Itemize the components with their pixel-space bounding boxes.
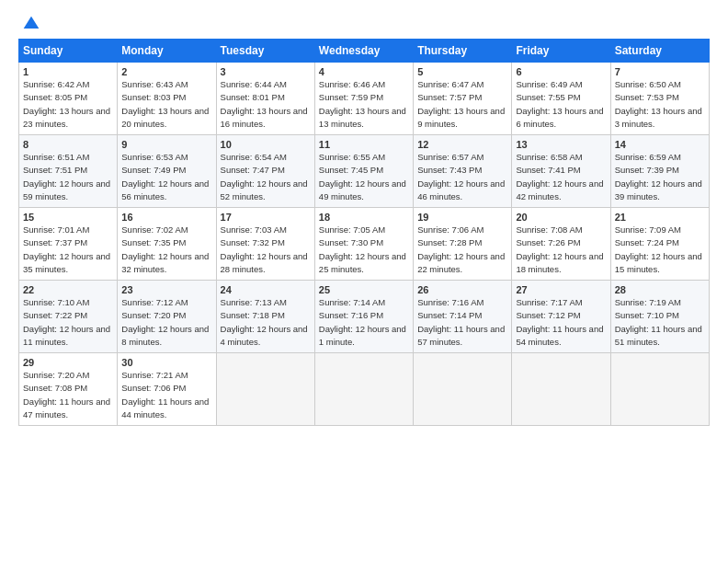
day-info: Sunrise: 6:53 AMSunset: 7:49 PMDaylight:… — [121, 151, 211, 203]
page: SundayMondayTuesdayWednesdayThursdayFrid… — [0, 0, 728, 563]
day-number: 19 — [417, 212, 507, 223]
calendar-week-row: 1Sunrise: 6:42 AMSunset: 8:05 PMDaylight… — [19, 63, 710, 135]
day-info: Sunrise: 7:13 AMSunset: 7:18 PMDaylight:… — [221, 296, 311, 349]
calendar-cell: 28Sunrise: 7:19 AMSunset: 7:10 PMDayligh… — [610, 281, 709, 353]
day-info: Sunrise: 6:59 AMSunset: 7:39 PMDaylight:… — [615, 151, 705, 203]
calendar-week-row: 8Sunrise: 6:51 AMSunset: 7:51 PMDaylight… — [19, 135, 710, 208]
header-day: Monday — [118, 40, 216, 63]
day-info: Sunrise: 7:16 AMSunset: 7:14 PMDaylight:… — [417, 296, 507, 349]
day-number: 26 — [417, 284, 507, 295]
calendar-week-row: 15Sunrise: 7:01 AMSunset: 7:37 PMDayligh… — [19, 208, 710, 281]
day-info: Sunrise: 6:49 AMSunset: 7:55 PMDaylight:… — [516, 78, 606, 131]
day-number: 22 — [23, 284, 113, 295]
calendar-cell — [610, 353, 709, 426]
calendar-cell: 29Sunrise: 7:20 AMSunset: 7:08 PMDayligh… — [19, 353, 118, 426]
day-number: 1 — [23, 66, 113, 77]
day-number: 12 — [417, 139, 507, 150]
svg-marker-0 — [24, 17, 40, 29]
calendar-cell: 4Sunrise: 6:46 AMSunset: 7:59 PMDaylight… — [314, 63, 413, 135]
calendar-week-row: 22Sunrise: 7:10 AMSunset: 7:22 PMDayligh… — [19, 281, 710, 353]
day-number: 2 — [121, 66, 211, 77]
calendar-cell: 13Sunrise: 6:58 AMSunset: 7:41 PMDayligh… — [512, 135, 610, 208]
header-day: Friday — [512, 40, 610, 63]
calendar-cell — [216, 353, 314, 426]
calendar-body: 1Sunrise: 6:42 AMSunset: 8:05 PMDaylight… — [19, 63, 710, 426]
calendar-cell: 17Sunrise: 7:03 AMSunset: 7:32 PMDayligh… — [216, 208, 314, 281]
calendar-cell: 15Sunrise: 7:01 AMSunset: 7:37 PMDayligh… — [19, 208, 118, 281]
calendar-cell: 25Sunrise: 7:14 AMSunset: 7:16 PMDayligh… — [314, 281, 413, 353]
calendar-cell: 26Sunrise: 7:16 AMSunset: 7:14 PMDayligh… — [414, 281, 512, 353]
day-number: 18 — [319, 212, 409, 223]
day-info: Sunrise: 6:47 AMSunset: 7:57 PMDaylight:… — [417, 78, 507, 131]
day-info: Sunrise: 7:20 AMSunset: 7:08 PMDaylight:… — [23, 369, 113, 421]
day-number: 16 — [121, 212, 211, 223]
logo — [18, 15, 40, 29]
calendar-cell — [414, 353, 512, 426]
logo-icon — [22, 15, 40, 33]
day-info: Sunrise: 7:17 AMSunset: 7:12 PMDaylight:… — [516, 296, 606, 349]
day-number: 5 — [417, 66, 507, 77]
header-day: Saturday — [610, 40, 709, 63]
calendar-cell: 27Sunrise: 7:17 AMSunset: 7:12 PMDayligh… — [512, 281, 610, 353]
day-info: Sunrise: 7:10 AMSunset: 7:22 PMDaylight:… — [23, 296, 113, 349]
calendar-week-row: 29Sunrise: 7:20 AMSunset: 7:08 PMDayligh… — [19, 353, 710, 426]
header-day: Wednesday — [314, 40, 413, 63]
day-info: Sunrise: 6:50 AMSunset: 7:53 PMDaylight:… — [615, 78, 705, 131]
day-info: Sunrise: 6:58 AMSunset: 7:41 PMDaylight:… — [516, 151, 606, 203]
day-number: 8 — [23, 139, 113, 150]
day-info: Sunrise: 7:21 AMSunset: 7:06 PMDaylight:… — [121, 369, 211, 421]
day-number: 30 — [121, 357, 211, 368]
day-info: Sunrise: 7:12 AMSunset: 7:20 PMDaylight:… — [121, 296, 211, 349]
day-number: 4 — [319, 66, 409, 77]
day-info: Sunrise: 7:14 AMSunset: 7:16 PMDaylight:… — [319, 296, 409, 349]
calendar-cell: 8Sunrise: 6:51 AMSunset: 7:51 PMDaylight… — [19, 135, 118, 208]
calendar-cell: 18Sunrise: 7:05 AMSunset: 7:30 PMDayligh… — [314, 208, 413, 281]
calendar-cell: 2Sunrise: 6:43 AMSunset: 8:03 PMDaylight… — [118, 63, 216, 135]
header-day: Sunday — [19, 40, 118, 63]
day-info: Sunrise: 7:19 AMSunset: 7:10 PMDaylight:… — [615, 296, 705, 349]
day-number: 27 — [516, 284, 606, 295]
calendar-cell: 7Sunrise: 6:50 AMSunset: 7:53 PMDaylight… — [610, 63, 709, 135]
day-info: Sunrise: 7:05 AMSunset: 7:30 PMDaylight:… — [319, 224, 409, 276]
calendar-header-row: SundayMondayTuesdayWednesdayThursdayFrid… — [19, 40, 710, 63]
calendar-cell: 21Sunrise: 7:09 AMSunset: 7:24 PMDayligh… — [610, 208, 709, 281]
day-number: 15 — [23, 212, 113, 223]
calendar-cell: 1Sunrise: 6:42 AMSunset: 8:05 PMDaylight… — [19, 63, 118, 135]
day-number: 24 — [221, 284, 311, 295]
calendar-cell: 3Sunrise: 6:44 AMSunset: 8:01 PMDaylight… — [216, 63, 314, 135]
day-number: 10 — [221, 139, 311, 150]
day-number: 11 — [319, 139, 409, 150]
calendar-cell — [512, 353, 610, 426]
day-info: Sunrise: 7:08 AMSunset: 7:26 PMDaylight:… — [516, 224, 606, 276]
day-info: Sunrise: 7:03 AMSunset: 7:32 PMDaylight:… — [221, 224, 311, 276]
day-info: Sunrise: 6:54 AMSunset: 7:47 PMDaylight:… — [221, 151, 311, 203]
calendar-cell: 24Sunrise: 7:13 AMSunset: 7:18 PMDayligh… — [216, 281, 314, 353]
day-info: Sunrise: 6:57 AMSunset: 7:43 PMDaylight:… — [417, 151, 507, 203]
day-number: 7 — [615, 66, 705, 77]
calendar-cell: 16Sunrise: 7:02 AMSunset: 7:35 PMDayligh… — [118, 208, 216, 281]
day-info: Sunrise: 6:55 AMSunset: 7:45 PMDaylight:… — [319, 151, 409, 203]
day-number: 29 — [23, 357, 113, 368]
day-info: Sunrise: 6:44 AMSunset: 8:01 PMDaylight:… — [221, 78, 311, 131]
calendar-cell — [314, 353, 413, 426]
day-number: 13 — [516, 139, 606, 150]
day-info: Sunrise: 7:02 AMSunset: 7:35 PMDaylight:… — [121, 224, 211, 276]
day-info: Sunrise: 7:09 AMSunset: 7:24 PMDaylight:… — [615, 224, 705, 276]
header-day: Tuesday — [216, 40, 314, 63]
calendar-cell: 12Sunrise: 6:57 AMSunset: 7:43 PMDayligh… — [414, 135, 512, 208]
calendar-cell: 10Sunrise: 6:54 AMSunset: 7:47 PMDayligh… — [216, 135, 314, 208]
calendar-cell: 14Sunrise: 6:59 AMSunset: 7:39 PMDayligh… — [610, 135, 709, 208]
calendar-cell: 5Sunrise: 6:47 AMSunset: 7:57 PMDaylight… — [414, 63, 512, 135]
day-number: 14 — [615, 139, 705, 150]
day-number: 3 — [221, 66, 311, 77]
day-info: Sunrise: 6:46 AMSunset: 7:59 PMDaylight:… — [319, 78, 409, 131]
calendar-cell: 9Sunrise: 6:53 AMSunset: 7:49 PMDaylight… — [118, 135, 216, 208]
header — [18, 15, 710, 29]
day-number: 17 — [221, 212, 311, 223]
calendar-cell: 22Sunrise: 7:10 AMSunset: 7:22 PMDayligh… — [19, 281, 118, 353]
day-info: Sunrise: 6:43 AMSunset: 8:03 PMDaylight:… — [121, 78, 211, 131]
day-info: Sunrise: 6:42 AMSunset: 8:05 PMDaylight:… — [23, 78, 113, 131]
calendar-cell: 11Sunrise: 6:55 AMSunset: 7:45 PMDayligh… — [314, 135, 413, 208]
day-number: 20 — [516, 212, 606, 223]
calendar-table: SundayMondayTuesdayWednesdayThursdayFrid… — [18, 39, 710, 426]
